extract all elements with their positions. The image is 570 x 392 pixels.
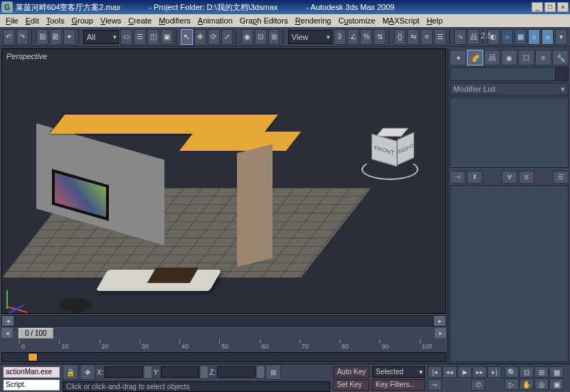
scroll-left-button[interactable]: ◂ bbox=[2, 316, 14, 326]
modifier-stack[interactable] bbox=[450, 97, 569, 168]
menu-edit[interactable]: Edit bbox=[23, 16, 42, 26]
key-mode-toggle[interactable]: ⊸ bbox=[428, 379, 442, 391]
viewcube-top[interactable] bbox=[376, 128, 408, 137]
fov-button[interactable]: ▷ bbox=[505, 378, 519, 390]
unlink-button[interactable]: ⛓̸ bbox=[50, 29, 62, 45]
viewport-perspective[interactable]: Perspective FRONT RIGHT bbox=[1, 48, 446, 314]
render-button[interactable]: ☼ bbox=[542, 29, 554, 45]
viewcube-right[interactable]: RIGHT bbox=[397, 132, 414, 166]
bind-spacewarp-button[interactable]: ✦ bbox=[63, 29, 75, 45]
select-object-button[interactable]: ▭ bbox=[120, 29, 132, 45]
menu-create[interactable]: Create bbox=[125, 16, 154, 26]
layers-button[interactable]: ☰ bbox=[434, 29, 446, 45]
tab-motion[interactable]: ◉ bbox=[501, 50, 517, 65]
time-slider[interactable]: ◂ 0 / 100 ▸ bbox=[1, 327, 446, 339]
zoom-extents-button[interactable]: ⊞ bbox=[534, 366, 549, 378]
menu-views[interactable]: Views bbox=[97, 16, 124, 26]
angle-snap-button[interactable]: ∠ bbox=[347, 29, 359, 45]
named-selection-button[interactable]: {} bbox=[394, 29, 406, 45]
maxscript-listener-input[interactable]: Script. bbox=[3, 379, 60, 391]
percent-snap-button[interactable]: % bbox=[360, 29, 372, 45]
track-bar-marker[interactable] bbox=[28, 353, 38, 361]
auto-key-button[interactable]: Auto Key bbox=[333, 366, 369, 378]
menu-modifiers[interactable]: Modifiers bbox=[156, 16, 194, 26]
window-crossing-button[interactable]: ▣ bbox=[161, 29, 173, 45]
selection-filter-dropdown[interactable]: All bbox=[83, 30, 119, 44]
orbit-button[interactable]: ◎ bbox=[534, 378, 549, 390]
maxscript-listener-output[interactable]: actionMan.exe bbox=[3, 366, 60, 378]
align-button[interactable]: ≡ bbox=[421, 29, 433, 45]
snap-toggle-button[interactable]: ◉ bbox=[241, 29, 253, 45]
curve-editor-button[interactable]: ∿ bbox=[454, 29, 466, 45]
selection-center-button[interactable]: ⊡ bbox=[255, 29, 267, 45]
tab-more[interactable]: 🔧 bbox=[552, 50, 569, 65]
menu-group[interactable]: Group bbox=[68, 16, 96, 26]
goto-start-button[interactable]: |◂ bbox=[428, 366, 442, 378]
object-name-field[interactable] bbox=[450, 67, 569, 81]
menu-help[interactable]: Help bbox=[423, 16, 445, 26]
undo-button[interactable]: ↶ bbox=[3, 29, 15, 45]
tab-utilities[interactable]: ≡ bbox=[535, 50, 551, 65]
snap-3d-button[interactable]: 3 bbox=[334, 29, 346, 45]
rollout-area[interactable] bbox=[450, 185, 569, 362]
ref-coord-dropdown[interactable]: View bbox=[288, 30, 332, 44]
spinner-snap-button[interactable]: ⇅ bbox=[374, 29, 386, 45]
key-mode-dropdown[interactable]: Selected bbox=[372, 366, 425, 378]
scroll-right-button[interactable]: ▸ bbox=[434, 316, 445, 326]
select-by-name-button[interactable]: ☰ bbox=[134, 29, 146, 45]
selection-region-button[interactable]: ◫ bbox=[147, 29, 159, 45]
render-setup-button[interactable]: ☼ bbox=[501, 29, 513, 45]
time-slider-left[interactable]: ◂ bbox=[1, 328, 13, 338]
remove-modifier-button[interactable]: ਠ bbox=[519, 171, 534, 184]
configure-sets-button[interactable]: ☰ bbox=[553, 171, 569, 184]
make-unique-button[interactable]: ∀ bbox=[502, 171, 517, 184]
zoom-button[interactable]: 🔍 bbox=[505, 366, 519, 378]
tab-hierarchy[interactable]: 品 bbox=[484, 50, 500, 65]
mirror-button[interactable]: ⇋ bbox=[407, 29, 419, 45]
object-color-swatch[interactable] bbox=[555, 68, 568, 80]
grid-button[interactable]: ⊞ bbox=[265, 364, 281, 380]
tab-create[interactable]: ✦ bbox=[450, 50, 466, 65]
menu-graph-editors[interactable]: Graph Editors bbox=[237, 16, 291, 26]
pan-button[interactable]: ✋ bbox=[519, 378, 534, 390]
maximize-viewport-button[interactable]: ▣ bbox=[549, 378, 564, 390]
z-spinner[interactable] bbox=[257, 366, 264, 378]
time-config-button[interactable]: ⏱ bbox=[471, 379, 485, 391]
track-bar[interactable] bbox=[1, 352, 446, 362]
viewport-scrollbar[interactable]: ◂ ▸ bbox=[1, 315, 446, 327]
goto-end-button[interactable]: ▸| bbox=[487, 366, 502, 378]
y-spinner[interactable] bbox=[201, 366, 208, 378]
tab-display[interactable]: ☐ bbox=[518, 50, 534, 65]
absolute-transform-button[interactable]: ✥ bbox=[80, 364, 95, 380]
current-frame-field[interactable] bbox=[443, 379, 470, 391]
redo-button[interactable]: ↷ bbox=[16, 29, 28, 45]
prev-frame-button[interactable]: ◂◂ bbox=[443, 366, 457, 378]
schematic-view-button[interactable]: 品 bbox=[468, 29, 480, 45]
menu-rendering[interactable]: Rendering bbox=[292, 16, 334, 26]
x-spinner[interactable] bbox=[144, 366, 152, 378]
select-move-button[interactable]: ↖ bbox=[181, 29, 193, 45]
show-end-result-button[interactable]: Ⅱ bbox=[467, 171, 482, 184]
key-filters-button[interactable]: Key Filters... bbox=[372, 379, 425, 391]
pin-stack-button[interactable]: ⊣ bbox=[450, 171, 465, 184]
rotate-button[interactable]: ⟳ bbox=[208, 29, 220, 45]
y-field[interactable] bbox=[161, 366, 199, 378]
menu-maxscript[interactable]: MAXScript bbox=[379, 16, 422, 26]
set-key-button[interactable]: Set Key bbox=[333, 379, 369, 391]
zoom-all-button[interactable]: ⊡ bbox=[519, 366, 534, 378]
time-slider-right[interactable]: ▸ bbox=[435, 328, 446, 338]
quick-render-button[interactable]: ☼ bbox=[528, 29, 540, 45]
lock-selection-button[interactable]: 🔒 bbox=[63, 364, 78, 380]
manipulate-button[interactable]: ⊞ bbox=[268, 29, 280, 45]
menu-customize[interactable]: Customize bbox=[335, 16, 378, 26]
minimize-button[interactable]: _ bbox=[532, 2, 543, 12]
link-button[interactable]: ⛓ bbox=[36, 29, 48, 45]
menu-tools[interactable]: Tools bbox=[43, 16, 68, 26]
scale-button[interactable]: ⤢ bbox=[221, 29, 233, 45]
x-field[interactable] bbox=[105, 366, 143, 378]
time-slider-knob[interactable]: 0 / 100 bbox=[19, 328, 53, 339]
zoom-extents-all-button[interactable]: ▦ bbox=[549, 366, 564, 378]
move-button[interactable]: ✥ bbox=[194, 29, 206, 45]
play-button[interactable]: ▶ bbox=[458, 366, 472, 378]
z-field[interactable] bbox=[217, 366, 255, 378]
